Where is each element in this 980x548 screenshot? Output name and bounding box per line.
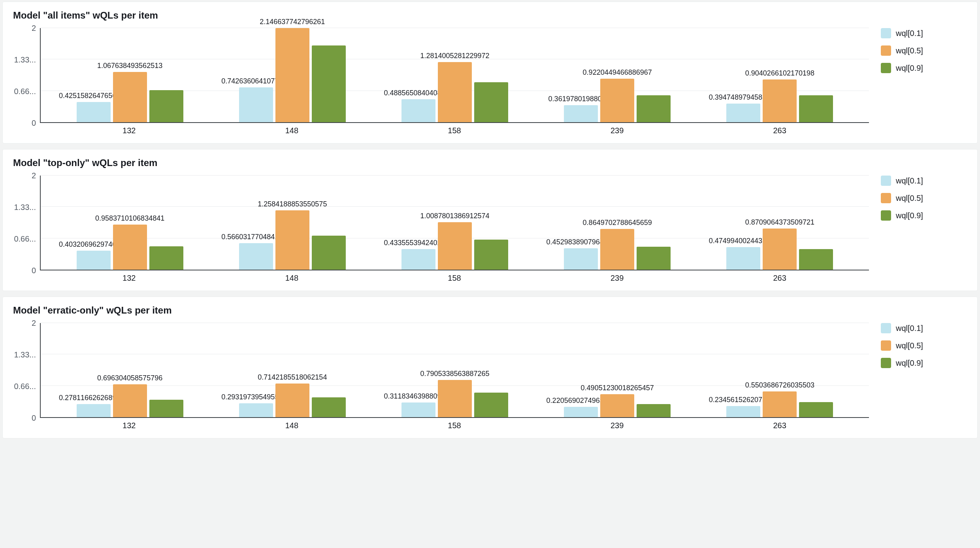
bar-value-label: 1.2814005281229972: [420, 52, 489, 60]
bar-value-label: 0.49051230018265457: [581, 384, 654, 392]
bar-wql[0.1][interactable]: 0.4529838907964531: [564, 248, 598, 270]
legend-label: wql[0.1]: [896, 29, 923, 38]
x-tick-label: 132: [48, 274, 211, 283]
y-axis: 00.66...1.33...2: [12, 28, 40, 123]
bar-wql[0.9][interactable]: [799, 402, 833, 417]
bar-wql[0.9][interactable]: [149, 246, 183, 270]
legend-swatch: [881, 63, 891, 73]
bar-value-label: 0.9220449466886967: [583, 68, 652, 77]
bar-wql[0.9][interactable]: [312, 45, 346, 122]
bar-wql[0.1][interactable]: 0.5660317704841118: [239, 243, 273, 270]
bar-value-label: 0.8709064373509721: [745, 218, 814, 227]
bar-wql[0.9][interactable]: [474, 393, 508, 417]
legend-swatch: [881, 358, 891, 368]
bar-group: 0.3619780198802620.9220449466886967: [536, 28, 699, 122]
bar-group: 0.43355539424028021.0087801386912574: [373, 176, 536, 270]
bar-wql[0.5][interactable]: 0.8649702788645659: [600, 229, 634, 270]
bar-value-label: 0.696304058575796: [97, 374, 162, 382]
x-axis: 132148158239263: [40, 418, 869, 430]
chart-plot[interactable]: 0.40320696297409560.95837101068348410.56…: [40, 176, 869, 270]
bar-wql[0.1][interactable]: 0.2345615262075335: [726, 406, 760, 417]
legend-swatch: [881, 45, 891, 56]
bar-groups: 0.40320696297409560.95837101068348410.56…: [41, 176, 869, 270]
bar-wql[0.9][interactable]: [312, 397, 346, 417]
legend-item[interactable]: wql[0.5]: [881, 193, 968, 203]
bar-group: 0.40320696297409560.9583710106834841: [49, 176, 211, 270]
legend-item[interactable]: wql[0.1]: [881, 323, 968, 333]
bar-wql[0.5][interactable]: 0.7905338563887265: [438, 380, 472, 417]
bar-wql[0.1][interactable]: 0.2205690274963195: [564, 407, 598, 417]
bar-wql[0.1][interactable]: 0.2931973954955789: [239, 403, 273, 417]
y-tick: 0: [32, 414, 36, 423]
bar-wql[0.9][interactable]: [799, 249, 833, 270]
bar-group: 0.39474897945834950.9040266102170198: [699, 28, 861, 122]
bar-value-label: 0.9583710106834841: [95, 214, 164, 223]
bar-wql[0.1][interactable]: 0.4251582647656203: [77, 102, 111, 122]
bar-value-label: 1.2584188853550575: [258, 200, 327, 208]
bar-group: 0.47499400244356960.8709064373509721: [699, 176, 861, 270]
chart-plot[interactable]: 0.42515826476562031.0676384935625130.742…: [40, 28, 869, 123]
legend-label: wql[0.5]: [896, 194, 923, 203]
legend-label: wql[0.5]: [896, 46, 923, 55]
legend-item[interactable]: wql[0.9]: [881, 358, 968, 368]
bar-wql[0.1][interactable]: 0.2781166262689584: [77, 404, 111, 417]
bar-wql[0.1][interactable]: 0.3118346398809414: [401, 402, 435, 417]
legend-item[interactable]: wql[0.1]: [881, 176, 968, 186]
bar-wql[0.5][interactable]: 0.5503686726035503: [763, 391, 797, 417]
legend: wql[0.1] wql[0.5] wql[0.9]: [869, 176, 968, 283]
bar-wql[0.9][interactable]: [149, 400, 183, 417]
legend-item[interactable]: wql[0.9]: [881, 63, 968, 73]
bar-wql[0.1][interactable]: 0.3947489794583495: [726, 104, 760, 122]
y-axis: 00.66...1.33...2: [12, 323, 40, 418]
legend-item[interactable]: wql[0.9]: [881, 210, 968, 221]
bar-wql[0.5][interactable]: 0.696304058575796: [113, 384, 147, 417]
x-tick-label: 239: [536, 421, 699, 430]
legend-label: wql[0.9]: [896, 64, 923, 73]
bar-wql[0.5][interactable]: 1.0087801386912574: [438, 222, 472, 270]
legend-swatch: [881, 210, 891, 221]
legend-label: wql[0.9]: [896, 211, 923, 220]
y-tick: 1.33...: [14, 55, 36, 64]
bar-wql[0.1][interactable]: 0.4885650840408844: [401, 99, 435, 122]
bar-wql[0.1][interactable]: 0.4032069629740956: [77, 251, 111, 270]
legend-item[interactable]: wql[0.5]: [881, 340, 968, 351]
bar-wql[0.9][interactable]: [474, 82, 508, 122]
y-tick: 0: [32, 119, 36, 128]
bar-wql[0.5][interactable]: 1.067638493562513: [113, 72, 147, 122]
bar-wql[0.5][interactable]: 2.146637742796261: [275, 28, 309, 122]
legend-label: wql[0.5]: [896, 341, 923, 350]
bar-group: 0.74263606410771522.146637742796261: [211, 28, 373, 122]
bar-wql[0.1][interactable]: 0.4335553942402802: [401, 249, 435, 270]
bar-wql[0.9][interactable]: [637, 95, 671, 122]
bar-group: 0.23456152620753350.5503686726035503: [699, 323, 861, 417]
bar-wql[0.9][interactable]: [637, 247, 671, 270]
chart-plot[interactable]: 0.27811662626895840.6963040585757960.293…: [40, 323, 869, 418]
bar-value-label: 0.7905338563887265: [420, 370, 489, 378]
chart-panel: Model "top-only" wQLs per item 00.66...1…: [2, 149, 978, 291]
bar-wql[0.1][interactable]: 0.361978019880262: [564, 105, 598, 122]
bar-wql[0.5][interactable]: 0.9220449466886967: [600, 79, 634, 122]
bar-wql[0.5][interactable]: 1.2584188853550575: [275, 210, 309, 270]
y-tick: 0.66...: [14, 234, 36, 244]
x-tick-label: 158: [373, 126, 536, 135]
x-tick-label: 148: [211, 126, 373, 135]
x-tick-label: 132: [48, 421, 211, 430]
bar-wql[0.5][interactable]: 1.2814005281229972: [438, 62, 472, 122]
bar-wql[0.1][interactable]: 0.7426360641077152: [239, 87, 273, 122]
bar-wql[0.1][interactable]: 0.4749940024435696: [726, 247, 760, 270]
bar-wql[0.5][interactable]: 0.49051230018265457: [600, 394, 634, 417]
bar-value-label: 0.9040266102170198: [745, 69, 814, 77]
bar-wql[0.9][interactable]: [312, 236, 346, 270]
bar-wql[0.9][interactable]: [474, 240, 508, 270]
x-tick-label: 158: [373, 274, 536, 283]
bar-wql[0.5][interactable]: 0.9583710106834841: [113, 225, 147, 270]
bar-wql[0.5][interactable]: 0.8709064373509721: [763, 229, 797, 270]
y-tick: 1.33...: [14, 350, 36, 359]
legend-item[interactable]: wql[0.5]: [881, 45, 968, 56]
bar-wql[0.9][interactable]: [637, 404, 671, 417]
legend-item[interactable]: wql[0.1]: [881, 28, 968, 38]
bar-wql[0.9][interactable]: [799, 95, 833, 122]
bar-wql[0.5][interactable]: 0.9040266102170198: [763, 79, 797, 122]
bar-wql[0.5][interactable]: 0.7142185518062154: [275, 384, 309, 417]
bar-wql[0.9][interactable]: [149, 90, 183, 122]
